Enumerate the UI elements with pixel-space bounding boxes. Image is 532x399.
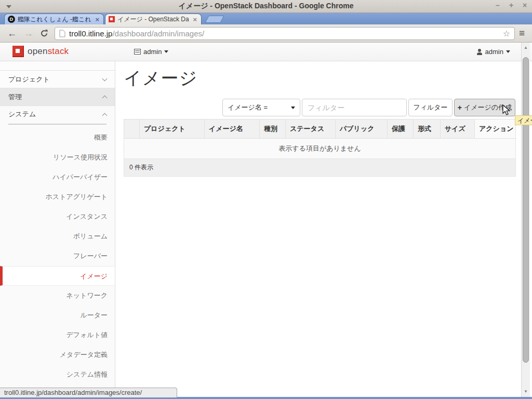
column-status[interactable]: ステータス [286,119,336,139]
empty-row: 表示する項目がありません [124,139,516,159]
maximize-button[interactable]: + [507,1,515,9]
close-tab-icon[interactable]: × [192,16,198,23]
openstack-logo[interactable]: openstack [12,46,69,57]
sidebar-top-strip [0,61,115,71]
project-list-icon [134,49,141,55]
forward-button[interactable]: → [24,29,33,38]
openstack-favicon-icon [109,16,115,22]
url-text[interactable]: troll0.itline.jp/dashboard/admin/images/ [69,29,503,38]
address-bar[interactable]: troll0.itline.jp/dashboard/admin/images/… [55,27,515,40]
sidebar-item-host-aggregates[interactable]: ホストアグリゲート [0,187,115,207]
empty-message: 表示する項目がありません [124,139,516,159]
sidebar-item-routers[interactable]: ルーター [0,305,115,325]
url-path: /dashboard/admin/images/ [112,29,204,38]
tab-strip: D 艦隊これくしょん -艦これ × イメージ - OpenStack Da × [0,13,532,24]
sidebar-item-volumes[interactable]: ボリューム [0,227,115,246]
scrollbar-thumb[interactable] [523,57,529,363]
table-header-row: プロジェクト イメージ名 種別 ステータス パブリック 保護 形式 サイズ アク… [124,119,516,139]
back-button[interactable]: ← [7,29,17,38]
column-format[interactable]: 形式 [414,119,441,139]
sidebar-item-system-information[interactable]: システム情報 [0,365,115,384]
reload-button[interactable] [40,29,48,37]
minimize-button[interactable]: – [494,1,502,9]
page-scrollbar[interactable]: ▲ ▼ [521,43,530,397]
tab-kancolle[interactable]: D 艦隊これくしょん -艦これ × [4,14,104,24]
sidebar-section-label: 管理 [8,92,22,102]
openstack-header: openstack admin admin [0,43,532,61]
chevron-up-icon [102,96,108,101]
sidebar-subsection-label: システム [8,110,36,119]
sidebar-item-hypervisors[interactable]: ハイパーバイザー [0,167,115,187]
sidebar-item-defaults[interactable]: デフォルト値 [0,325,115,345]
logo-text-open: open [28,46,48,56]
sidebar-item-networks[interactable]: ネットワーク [0,286,115,305]
tab-title: 艦隊これくしょん -艦これ [18,15,91,24]
os-titlebar: イメージ - OpenStack Dashboard - Google Chro… [0,0,532,13]
filter-button[interactable]: フィルター [408,99,453,116]
column-type[interactable]: 種別 [260,119,286,139]
sidebar-item-images[interactable]: イメージ [0,266,115,286]
table-footer-row: 0 件表示 [124,159,516,177]
caret-down-icon [291,107,295,111]
tab-openstack-images[interactable]: イメージ - OpenStack Da × [105,14,202,24]
chevron-up-icon [102,113,108,118]
column-protected[interactable]: 保護 [388,119,414,139]
sidebar-divider [8,124,107,125]
chevron-down-icon [102,76,108,81]
column-actions: アクション [475,119,516,139]
user-menu-label: admin [485,48,503,56]
column-project[interactable]: プロジェクト [140,119,205,139]
column-size[interactable]: サイズ [441,119,475,139]
filter-field-select[interactable]: イメージ名 = [222,99,300,116]
bookmark-star-icon[interactable]: ☆ [503,29,510,38]
sidebar-section-project[interactable]: プロジェクト [0,71,115,88]
status-bar-link-preview: troll0.itline.jp/dashboard/admin/images/… [0,388,177,397]
main-content: イメージ イメージ名 = フィルター + イメージの作成 プロ [115,61,521,397]
window-title: イメージ - OpenStack Dashboard - Google Chro… [0,2,532,11]
kancolle-favicon-icon: D [8,16,15,23]
browser-toolbar: ← → troll0.itline.jp/dashboard/admin/ima… [0,24,532,43]
sidebar-nav: プロジェクト 管理 システム 概要 リソース使用状況 ハイパーバイザー ホストア… [0,61,115,397]
browser-window: イメージ - OpenStack Dashboard - Google Chro… [0,0,532,399]
sidebar-item-flavors[interactable]: フレーバー [0,246,115,266]
mouse-cursor-icon [502,104,512,118]
chrome-menu-icon[interactable]: ≡ [519,28,525,39]
close-tab-icon[interactable]: × [94,16,100,23]
sidebar-item-instances[interactable]: インスタンス [0,207,115,227]
sidebar-item-resource-usage[interactable]: リソース使用状況 [0,148,115,167]
url-host: troll0.itline.jp [69,29,112,38]
scroll-down-icon[interactable]: ▼ [522,388,530,396]
close-button[interactable]: × [521,1,529,9]
row-count: 0 件表示 [124,159,516,177]
sidebar-subsection-system[interactable]: システム [0,106,115,123]
caret-down-icon [164,50,168,55]
plus-icon: + [458,103,462,112]
create-image-tooltip: イメー [515,115,532,125]
select-all-column [124,119,140,139]
window-controls: – + × [494,1,529,9]
reload-icon [40,29,48,37]
project-switcher-dropdown[interactable]: admin [134,48,168,56]
project-switcher-label: admin [143,48,162,56]
scroll-up-icon[interactable]: ▲ [522,44,530,52]
column-image-name[interactable]: イメージ名 [205,119,260,139]
sidebar-item-overview[interactable]: 概要 [0,128,115,148]
page-title: イメージ [124,66,515,90]
filter-input[interactable] [302,99,407,116]
page-icon [59,30,65,37]
images-table: プロジェクト イメージ名 種別 ステータス パブリック 保護 形式 サイズ アク… [124,119,516,177]
column-public[interactable]: パブリック [336,119,388,139]
table-actions-row: イメージ名 = フィルター + イメージの作成 [124,99,515,116]
caret-down-icon [506,50,510,55]
tab-title: イメージ - OpenStack Da [117,15,189,24]
filter-field-value: イメージ名 = [228,103,291,112]
sidebar-section-admin[interactable]: 管理 [0,88,115,106]
user-icon [476,49,483,55]
sidebar-item-metadata-definitions[interactable]: メタデータ定義 [0,345,115,365]
new-tab-button[interactable] [205,16,224,23]
user-menu-dropdown[interactable]: admin [476,48,510,56]
openstack-logo-icon [12,46,24,57]
logo-text-stack: stack [48,46,69,56]
sidebar-section-label: プロジェクト [8,75,50,84]
